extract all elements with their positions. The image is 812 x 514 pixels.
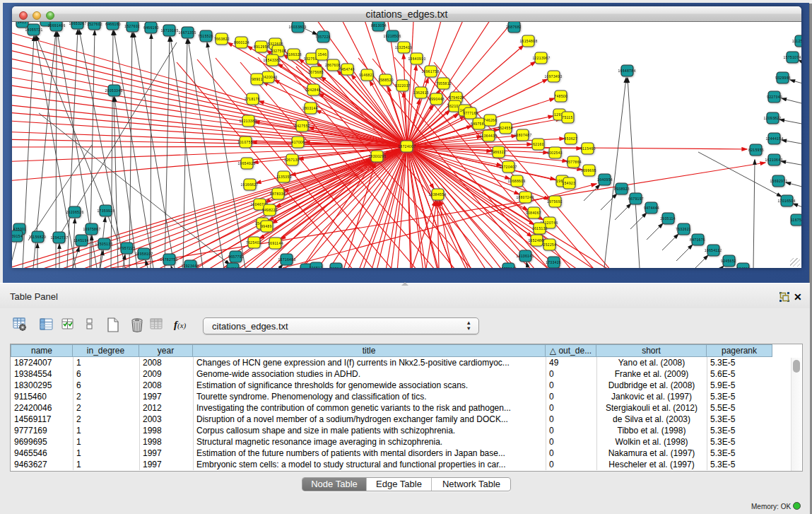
- svg-text:10719185: 10719185: [160, 28, 178, 33]
- svg-text:2687682: 2687682: [506, 25, 522, 29]
- svg-text:9245012: 9245012: [225, 267, 241, 268]
- svg-text:9327504: 9327504: [271, 49, 286, 53]
- svg-text:16782759: 16782759: [160, 257, 177, 262]
- svg-text:8990448: 8990448: [429, 97, 445, 101]
- svg-text:1588520: 1588520: [378, 78, 394, 82]
- svg-text:924501: 924501: [737, 267, 751, 268]
- svg-text:39154: 39154: [12, 234, 23, 238]
- svg-text:9699695: 9699695: [581, 168, 596, 173]
- svg-text:11125419: 11125419: [792, 39, 801, 43]
- svg-text:20206526: 20206526: [66, 210, 83, 214]
- svg-text:98901: 98901: [252, 77, 263, 81]
- svg-text:17957225: 17957225: [117, 246, 135, 250]
- svg-text:3675685: 3675685: [308, 70, 324, 74]
- svg-text:16154808: 16154808: [519, 39, 537, 43]
- svg-text:9777169: 9777169: [463, 111, 478, 115]
- svg-text:90584: 90584: [330, 267, 341, 268]
- svg-text:1546: 1546: [318, 52, 327, 57]
- svg-text:1405: 1405: [18, 22, 27, 24]
- svg-text:3624554: 3624554: [498, 126, 513, 130]
- svg-text:16543382: 16543382: [263, 58, 281, 62]
- svg-text:8878334: 8878334: [270, 192, 286, 196]
- svg-text:18724007: 18724007: [398, 144, 416, 148]
- svg-text:18807249: 18807249: [516, 195, 534, 199]
- svg-text:8912954: 8912954: [254, 45, 269, 49]
- svg-text:953627: 953627: [565, 136, 578, 141]
- svg-text:9242848: 9242848: [305, 88, 321, 92]
- svg-text:19384554: 19384554: [428, 192, 446, 197]
- svg-text:11325419: 11325419: [395, 45, 413, 49]
- svg-text:7632621: 7632621: [676, 227, 691, 231]
- svg-text:15716485: 15716485: [278, 257, 295, 262]
- svg-text:1615132: 1615132: [532, 226, 548, 230]
- svg-text:20053346: 20053346: [105, 88, 122, 93]
- svg-text:104512: 104512: [310, 266, 323, 268]
- svg-text:15720407: 15720407: [499, 165, 517, 169]
- svg-text:12093822: 12093822: [763, 116, 781, 120]
- svg-text:1733426: 1733426: [546, 260, 561, 264]
- svg-text:6466160: 6466160: [143, 25, 159, 30]
- svg-text:1691144: 1691144: [268, 241, 283, 245]
- svg-text:12213383: 12213383: [239, 119, 257, 123]
- svg-text:2867608: 2867608: [325, 63, 341, 67]
- svg-text:252254: 252254: [543, 243, 557, 247]
- svg-text:1135359: 1135359: [276, 175, 292, 179]
- svg-text:116753: 116753: [791, 218, 801, 222]
- svg-text:9577864: 9577864: [566, 160, 582, 164]
- svg-text:7986322: 7986322: [490, 150, 506, 154]
- svg-text:8215955: 8215955: [748, 148, 764, 152]
- svg-text:10654112: 10654112: [705, 248, 722, 252]
- svg-text:62160: 62160: [533, 142, 544, 146]
- svg-text:9115460: 9115460: [580, 146, 596, 151]
- svg-text:5322037: 5322037: [395, 83, 411, 88]
- svg-text:2803144: 2803144: [302, 106, 318, 110]
- svg-text:16671355: 16671355: [178, 30, 196, 35]
- svg-text:14055721: 14055721: [25, 28, 42, 32]
- svg-text:16210643: 16210643: [765, 158, 782, 162]
- svg-text:10961758: 10961758: [421, 69, 439, 74]
- svg-text:17016504: 17016504: [777, 199, 795, 203]
- svg-text:8427552: 8427552: [295, 124, 310, 128]
- svg-text:9329966: 9329966: [775, 76, 791, 80]
- svg-text:9227349: 9227349: [767, 95, 782, 99]
- svg-text:10958107: 10958107: [135, 252, 153, 256]
- svg-text:15692971: 15692971: [770, 179, 787, 183]
- svg-text:19166827: 19166827: [240, 182, 258, 187]
- svg-text:19218506: 19218506: [383, 34, 401, 38]
- svg-text:8186328: 8186328: [286, 52, 302, 57]
- svg-text:12923448: 12923448: [181, 264, 199, 268]
- svg-text:1002543: 1002543: [547, 151, 563, 155]
- svg-text:8454749: 8454749: [339, 67, 355, 71]
- svg-text:11156829: 11156829: [29, 235, 46, 239]
- svg-text:1975692: 1975692: [547, 199, 563, 204]
- svg-text:7955812: 7955812: [436, 81, 452, 86]
- svg-text:8471676: 8471676: [690, 238, 705, 242]
- svg-text:10688609: 10688609: [507, 179, 525, 183]
- svg-text:12942737: 12942737: [50, 235, 68, 240]
- svg-text:8813054: 8813054: [371, 23, 387, 28]
- svg-text:8660124: 8660124: [234, 40, 249, 45]
- svg-text:9498222: 9498222: [262, 208, 278, 212]
- svg-text:7357224: 7357224: [315, 35, 331, 39]
- svg-text:1527602: 1527602: [124, 24, 140, 28]
- svg-text:17359928: 17359928: [97, 209, 114, 213]
- svg-text:1010755: 1010755: [237, 140, 253, 144]
- svg-text:6794028: 6794028: [449, 95, 464, 100]
- svg-text:20691406: 20691406: [47, 23, 65, 28]
- svg-text:1362615: 1362615: [413, 90, 429, 95]
- svg-text:12444154: 12444154: [765, 136, 783, 141]
- svg-text:10973493: 10973493: [544, 74, 562, 78]
- svg-text:9084067: 9084067: [526, 211, 541, 215]
- svg-text:154923: 154923: [563, 181, 576, 185]
- svg-text:9146821: 9146821: [359, 73, 375, 77]
- svg-text:2069: 2069: [42, 22, 52, 23]
- svg-text:6679197: 6679197: [628, 197, 644, 201]
- svg-text:2935114: 2935114: [660, 216, 676, 221]
- svg-text:6466160: 6466160: [105, 22, 121, 26]
- svg-text:15751074: 15751074: [783, 55, 801, 59]
- svg-text:75115: 75115: [562, 115, 572, 119]
- svg-text:9245652: 9245652: [721, 259, 736, 263]
- svg-text:14136141: 14136141: [516, 254, 534, 258]
- svg-text:7625402: 7625402: [246, 240, 261, 245]
- svg-text:746266: 746266: [484, 118, 498, 122]
